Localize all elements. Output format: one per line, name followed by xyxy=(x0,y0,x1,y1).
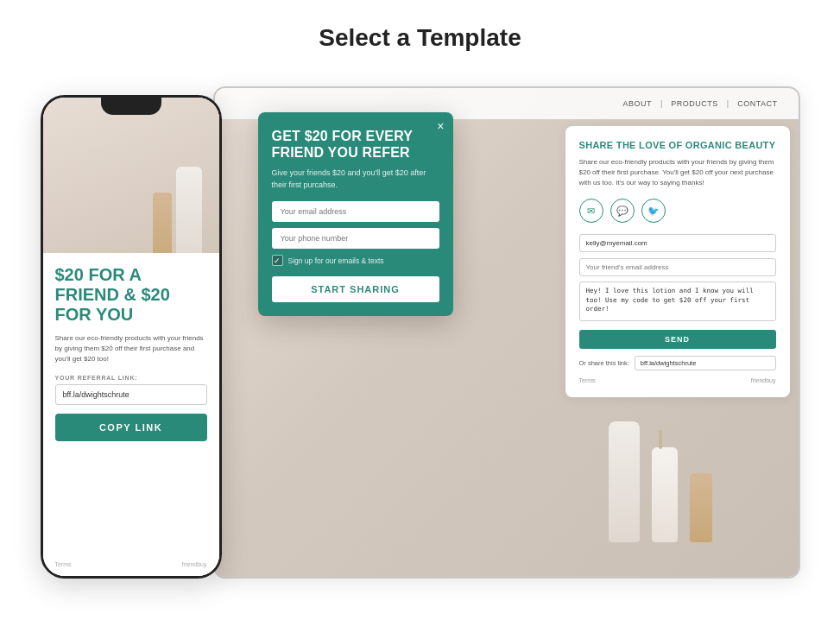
popup-description: Give your friends $20 and you'll get $20… xyxy=(272,168,439,191)
social-icons: ✉ 💬 🐦 xyxy=(579,199,776,223)
message-textarea[interactable]: Hey! I love this lotion and I know you w… xyxy=(579,282,776,321)
mobile-footer-terms[interactable]: Terms xyxy=(55,561,72,567)
right-panel-footer: Terms friendbuy xyxy=(579,377,776,383)
send-button[interactable]: SEND xyxy=(579,330,776,349)
mobile-bg-image xyxy=(43,98,219,270)
popup-title: GET $20 FOR EVERY FRIEND YOU REFER xyxy=(272,128,439,161)
email-social-icon[interactable]: ✉ xyxy=(579,199,603,223)
mobile-footer: Terms friendbuy xyxy=(55,561,207,567)
right-panel-description: Share our eco-friendly products with you… xyxy=(579,157,776,188)
footer-terms[interactable]: Terms xyxy=(579,377,596,383)
popup-phone-input[interactable] xyxy=(272,228,439,249)
nav-sep-1: | xyxy=(660,99,662,108)
mobile-notch xyxy=(101,98,161,115)
sender-email-input[interactable] xyxy=(579,234,776,252)
popup-modal: × GET $20 FOR EVERY FRIEND YOU REFER Giv… xyxy=(258,112,453,316)
check-icon: ✓ xyxy=(274,256,281,265)
mobile-mockup: $20 FOR A FRIEND & $20 FOR YOU Share our… xyxy=(41,95,222,579)
nav-sep-2: | xyxy=(727,99,729,108)
mobile-content: $20 FOR A FRIEND & $20 FOR YOU Share our… xyxy=(43,253,219,576)
nav-products[interactable]: PRODUCTS xyxy=(671,99,718,108)
share-link-row: Or share this link: xyxy=(579,356,776,370)
mobile-inner: $20 FOR A FRIEND & $20 FOR YOU Share our… xyxy=(43,98,219,576)
mobile-referral-label: YOUR REFERRAL LINK: xyxy=(55,375,207,381)
copy-link-button[interactable]: COPY LINK xyxy=(55,414,207,441)
right-panel: SHARE THE LOVE OF ORGANIC BEAUTY Share o… xyxy=(565,126,790,397)
mobile-subtext: Share our eco-friendly products with you… xyxy=(55,333,207,364)
bottle-small xyxy=(690,473,712,542)
start-sharing-button[interactable]: START SHARING xyxy=(272,276,439,302)
main-area: ABOUT | PRODUCTS | CONTACT SHARE THE LOV… xyxy=(41,69,800,604)
twitter-social-icon[interactable]: 🐦 xyxy=(641,199,666,223)
nav-contact[interactable]: CONTACT xyxy=(737,99,777,108)
close-icon[interactable]: × xyxy=(437,119,444,133)
popup-checkbox-label: Sign up for our emails & texts xyxy=(288,256,384,265)
popup-checkbox[interactable]: ✓ xyxy=(272,255,283,266)
footer-brand: friendbuy xyxy=(751,377,776,383)
sms-social-icon[interactable]: 💬 xyxy=(610,199,635,223)
popup-email-input[interactable] xyxy=(272,201,439,222)
nav-about[interactable]: ABOUT xyxy=(622,99,652,108)
friend-email-input[interactable] xyxy=(579,258,776,276)
popup-checkbox-row: ✓ Sign up for our emails & texts xyxy=(272,255,439,266)
bottle-tall xyxy=(609,421,640,542)
bottle-group xyxy=(609,421,712,542)
right-panel-title: SHARE THE LOVE OF ORGANIC BEAUTY xyxy=(579,140,776,150)
desktop-inner: ABOUT | PRODUCTS | CONTACT SHARE THE LOV… xyxy=(215,88,799,577)
desktop-mockup: ABOUT | PRODUCTS | CONTACT SHARE THE LOV… xyxy=(213,86,800,579)
page-title: Select a Template xyxy=(319,24,521,52)
share-link-label: Or share this link: xyxy=(579,359,629,367)
bottle-pump xyxy=(652,447,678,542)
mobile-headline: $20 FOR A FRIEND & $20 FOR YOU xyxy=(55,265,207,325)
mobile-link-box: bff.la/dwightschrute xyxy=(55,384,207,405)
mobile-footer-brand: friendbuy xyxy=(182,561,207,567)
share-link-input[interactable] xyxy=(635,356,776,370)
